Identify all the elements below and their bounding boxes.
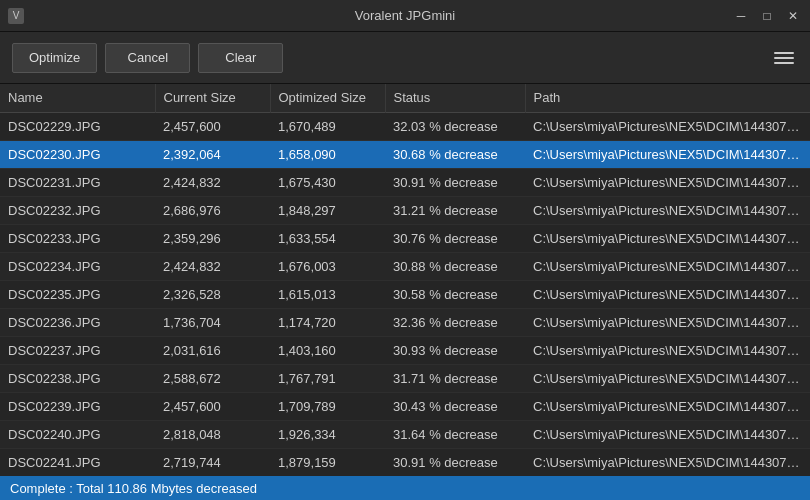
toolbar-buttons: Optimize Cancel Clear: [12, 43, 283, 73]
table-row[interactable]: DSC02238.JPG2,588,6721,767,79131.71 % de…: [0, 364, 810, 392]
cell-status: 30.93 % decrease: [385, 336, 525, 364]
cell-path: C:\Users\miya\Pictures\NEX5\DCIM\1443070…: [525, 392, 810, 420]
cell-name: DSC02239.JPG: [0, 392, 155, 420]
cell-name: DSC02232.JPG: [0, 196, 155, 224]
cell-current-size: 1,736,704: [155, 308, 270, 336]
cell-status: 30.88 % decrease: [385, 252, 525, 280]
cell-optimized-size: 1,767,791: [270, 364, 385, 392]
cell-status: 30.76 % decrease: [385, 224, 525, 252]
cell-optimized-size: 1,848,297: [270, 196, 385, 224]
cell-status: 30.91 % decrease: [385, 168, 525, 196]
cell-optimized-size: 1,403,160: [270, 336, 385, 364]
cell-path: C:\Users\miya\Pictures\NEX5\DCIM\1443070…: [525, 448, 810, 476]
cell-current-size: 2,359,296: [155, 224, 270, 252]
table-row[interactable]: DSC02232.JPG2,686,9761,848,29731.21 % de…: [0, 196, 810, 224]
table-row[interactable]: DSC02236.JPG1,736,7041,174,72032.36 % de…: [0, 308, 810, 336]
menu-icon[interactable]: [770, 48, 798, 68]
window-title: Voralent JPGmini: [355, 8, 455, 23]
cell-status: 30.91 % decrease: [385, 448, 525, 476]
table-body: DSC02229.JPG2,457,6001,670,48932.03 % de…: [0, 112, 810, 476]
cell-path: C:\Users\miya\Pictures\NEX5\DCIM\1443070…: [525, 140, 810, 168]
cell-optimized-size: 1,615,013: [270, 280, 385, 308]
cell-name: DSC02231.JPG: [0, 168, 155, 196]
cell-status: 31.71 % decrease: [385, 364, 525, 392]
cell-status: 30.68 % decrease: [385, 140, 525, 168]
table-row[interactable]: DSC02237.JPG2,031,6161,403,16030.93 % de…: [0, 336, 810, 364]
cell-status: 31.21 % decrease: [385, 196, 525, 224]
cell-current-size: 2,424,832: [155, 168, 270, 196]
file-table: Name Current Size Optimized Size Status …: [0, 84, 810, 476]
table-row[interactable]: DSC02239.JPG2,457,6001,709,78930.43 % de…: [0, 392, 810, 420]
cell-current-size: 2,031,616: [155, 336, 270, 364]
col-header-name: Name: [0, 84, 155, 112]
cell-path: C:\Users\miya\Pictures\NEX5\DCIM\1443070…: [525, 196, 810, 224]
close-button[interactable]: ✕: [784, 7, 802, 25]
toolbar: Optimize Cancel Clear: [0, 32, 810, 84]
cell-optimized-size: 1,658,090: [270, 140, 385, 168]
optimize-button[interactable]: Optimize: [12, 43, 97, 73]
cell-current-size: 2,818,048: [155, 420, 270, 448]
file-table-container[interactable]: Name Current Size Optimized Size Status …: [0, 84, 810, 476]
cell-path: C:\Users\miya\Pictures\NEX5\DCIM\1443070…: [525, 168, 810, 196]
cell-path: C:\Users\miya\Pictures\NEX5\DCIM\1443070…: [525, 280, 810, 308]
col-header-path: Path: [525, 84, 810, 112]
table-row[interactable]: DSC02235.JPG2,326,5281,615,01330.58 % de…: [0, 280, 810, 308]
cell-current-size: 2,686,976: [155, 196, 270, 224]
cell-current-size: 2,424,832: [155, 252, 270, 280]
cell-name: DSC02230.JPG: [0, 140, 155, 168]
cell-status: 30.58 % decrease: [385, 280, 525, 308]
title-bar-left: V: [8, 8, 24, 24]
cell-path: C:\Users\miya\Pictures\NEX5\DCIM\1443070…: [525, 252, 810, 280]
cell-path: C:\Users\miya\Pictures\NEX5\DCIM\1443070…: [525, 420, 810, 448]
cell-current-size: 2,392,064: [155, 140, 270, 168]
cell-current-size: 2,588,672: [155, 364, 270, 392]
cell-optimized-size: 1,926,334: [270, 420, 385, 448]
window-controls: ─ □ ✕: [732, 7, 802, 25]
table-row[interactable]: DSC02231.JPG2,424,8321,675,43030.91 % de…: [0, 168, 810, 196]
cell-path: C:\Users\miya\Pictures\NEX5\DCIM\1443070…: [525, 308, 810, 336]
title-bar: V Voralent JPGmini ─ □ ✕: [0, 0, 810, 32]
cell-current-size: 2,326,528: [155, 280, 270, 308]
cell-status: 31.64 % decrease: [385, 420, 525, 448]
cell-name: DSC02235.JPG: [0, 280, 155, 308]
cell-optimized-size: 1,676,003: [270, 252, 385, 280]
cell-name: DSC02240.JPG: [0, 420, 155, 448]
table-row[interactable]: DSC02229.JPG2,457,6001,670,48932.03 % de…: [0, 112, 810, 140]
maximize-button[interactable]: □: [758, 7, 776, 25]
cell-current-size: 2,719,744: [155, 448, 270, 476]
cell-optimized-size: 1,675,430: [270, 168, 385, 196]
cell-optimized-size: 1,174,720: [270, 308, 385, 336]
cell-optimized-size: 1,670,489: [270, 112, 385, 140]
cell-path: C:\Users\miya\Pictures\NEX5\DCIM\1443070…: [525, 112, 810, 140]
minimize-button[interactable]: ─: [732, 7, 750, 25]
cell-status: 32.36 % decrease: [385, 308, 525, 336]
cell-name: DSC02229.JPG: [0, 112, 155, 140]
cell-status: 32.03 % decrease: [385, 112, 525, 140]
cell-name: DSC02236.JPG: [0, 308, 155, 336]
table-row[interactable]: DSC02230.JPG2,392,0641,658,09030.68 % de…: [0, 140, 810, 168]
cell-status: 30.43 % decrease: [385, 392, 525, 420]
cell-path: C:\Users\miya\Pictures\NEX5\DCIM\1443070…: [525, 224, 810, 252]
cell-current-size: 2,457,600: [155, 112, 270, 140]
status-text: Complete : Total 110.86 Mbytes decreased: [10, 481, 257, 496]
app-icon: V: [8, 8, 24, 24]
cell-optimized-size: 1,879,159: [270, 448, 385, 476]
table-row[interactable]: DSC02233.JPG2,359,2961,633,55430.76 % de…: [0, 224, 810, 252]
cell-name: DSC02234.JPG: [0, 252, 155, 280]
cell-path: C:\Users\miya\Pictures\NEX5\DCIM\1443070…: [525, 336, 810, 364]
status-bar: Complete : Total 110.86 Mbytes decreased: [0, 476, 810, 500]
cell-name: DSC02241.JPG: [0, 448, 155, 476]
cell-current-size: 2,457,600: [155, 392, 270, 420]
cancel-button[interactable]: Cancel: [105, 43, 190, 73]
col-header-current-size: Current Size: [155, 84, 270, 112]
cell-name: DSC02238.JPG: [0, 364, 155, 392]
clear-button[interactable]: Clear: [198, 43, 283, 73]
table-row[interactable]: DSC02240.JPG2,818,0481,926,33431.64 % de…: [0, 420, 810, 448]
table-row[interactable]: DSC02234.JPG2,424,8321,676,00330.88 % de…: [0, 252, 810, 280]
col-header-optimized-size: Optimized Size: [270, 84, 385, 112]
table-row[interactable]: DSC02241.JPG2,719,7441,879,15930.91 % de…: [0, 448, 810, 476]
cell-name: DSC02233.JPG: [0, 224, 155, 252]
cell-optimized-size: 1,709,789: [270, 392, 385, 420]
table-header-row: Name Current Size Optimized Size Status …: [0, 84, 810, 112]
cell-path: C:\Users\miya\Pictures\NEX5\DCIM\1443070…: [525, 364, 810, 392]
